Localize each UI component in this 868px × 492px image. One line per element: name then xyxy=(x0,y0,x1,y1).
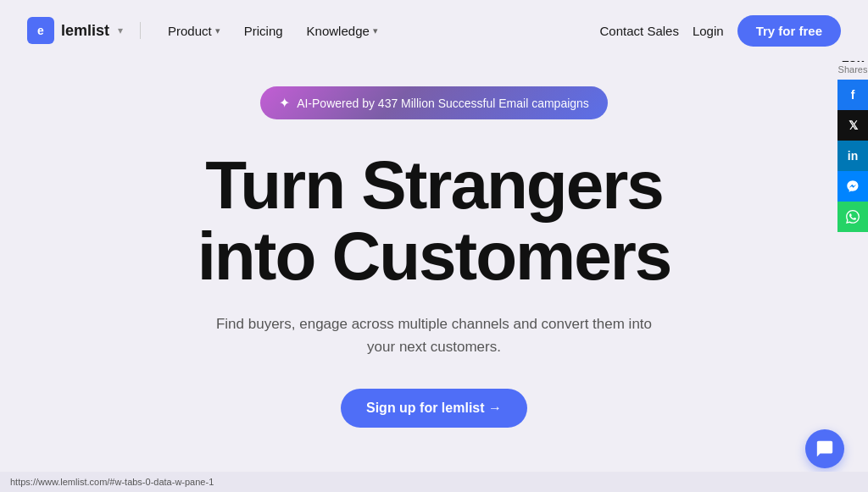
signup-button[interactable]: Sign up for lemlist → xyxy=(341,389,527,428)
twitter-share-button[interactable]: 𝕏 xyxy=(837,110,868,141)
nav-pricing[interactable]: Pricing xyxy=(234,17,293,45)
nav-knowledge[interactable]: Knowledge ▾ xyxy=(297,17,388,45)
ai-badge: ✦ AI-Powered by 437 Million Successful E… xyxy=(260,86,608,119)
logo-icon[interactable]: e xyxy=(27,17,54,44)
navbar: e lemlist ▾ Product ▾ Pricing Knowledge … xyxy=(0,0,868,61)
knowledge-chevron-icon: ▾ xyxy=(373,25,378,36)
login-link[interactable]: Login xyxy=(693,24,724,38)
whatsapp-share-button[interactable] xyxy=(837,202,868,232)
status-bar: https://www.lemlist.com/#w-tabs-0-data-w… xyxy=(0,472,868,492)
sparkle-icon: ✦ xyxy=(279,95,290,111)
try-free-button[interactable]: Try for free xyxy=(737,15,841,47)
messenger-share-button[interactable] xyxy=(837,171,868,202)
facebook-share-button[interactable]: f xyxy=(837,80,868,110)
navbar-right: Contact Sales Login Try for free xyxy=(600,15,841,47)
logo-chevron-icon: ▾ xyxy=(118,25,123,36)
hero-subtitle: Find buyers, engage across multiple chan… xyxy=(214,312,654,358)
share-sidebar: 13k Shares f 𝕏 in xyxy=(837,51,868,232)
product-chevron-icon: ▾ xyxy=(215,25,220,36)
hero-headline: Turn Strangers into Customers xyxy=(198,150,671,292)
chat-bubble-button[interactable] xyxy=(805,429,844,468)
hero-section: ✦ AI-Powered by 437 Million Successful E… xyxy=(0,61,868,428)
status-url: https://www.lemlist.com/#w-tabs-0-data-w… xyxy=(10,477,214,487)
navbar-left: e lemlist ▾ Product ▾ Pricing Knowledge … xyxy=(27,17,388,45)
nav-links: Product ▾ Pricing Knowledge ▾ xyxy=(158,17,388,45)
logo-name[interactable]: lemlist xyxy=(61,22,109,40)
contact-sales-link[interactable]: Contact Sales xyxy=(600,24,679,38)
linkedin-share-button[interactable]: in xyxy=(837,141,868,171)
share-label: Shares xyxy=(838,64,868,75)
nav-divider xyxy=(140,22,141,39)
nav-product[interactable]: Product ▾ xyxy=(158,17,231,45)
